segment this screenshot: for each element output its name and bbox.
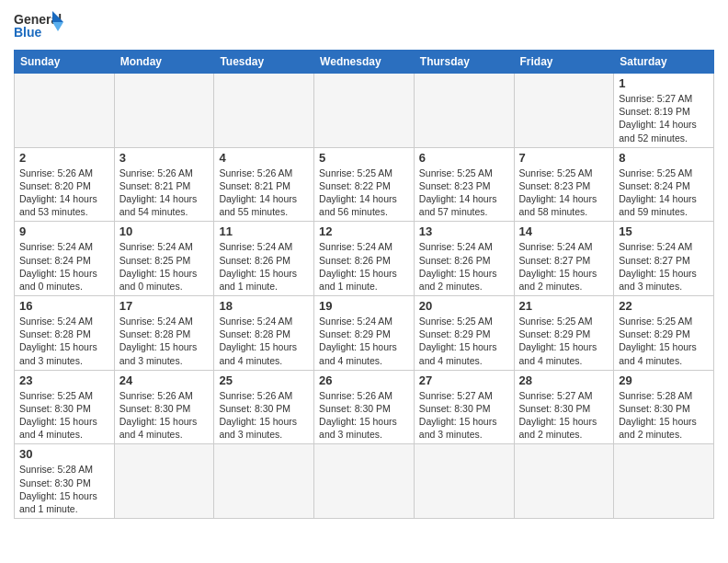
day-number: 27 — [419, 373, 509, 387]
calendar-cell: 27Sunrise: 5:27 AM Sunset: 8:30 PM Dayli… — [414, 370, 514, 444]
day-info: Sunrise: 5:25 AM Sunset: 8:30 PM Dayligh… — [19, 389, 109, 442]
calendar-cell: 28Sunrise: 5:27 AM Sunset: 8:30 PM Dayli… — [514, 370, 614, 444]
day-info: Sunrise: 5:24 AM Sunset: 8:28 PM Dayligh… — [219, 315, 309, 367]
calendar-cell — [614, 444, 714, 519]
day-number: 10 — [119, 224, 210, 238]
calendar-cell: 16Sunrise: 5:24 AM Sunset: 8:28 PM Dayli… — [15, 296, 115, 371]
weekday-header-wednesday: Wednesday — [314, 51, 415, 74]
calendar-cell — [114, 74, 214, 148]
calendar-week-row: 2Sunrise: 5:26 AM Sunset: 8:20 PM Daylig… — [15, 147, 714, 222]
weekday-header-monday: Monday — [114, 51, 214, 74]
day-info: Sunrise: 5:25 AM Sunset: 8:24 PM Dayligh… — [619, 167, 709, 219]
calendar-cell: 13Sunrise: 5:24 AM Sunset: 8:26 PM Dayli… — [414, 222, 514, 296]
calendar-cell — [214, 444, 314, 519]
day-number: 8 — [619, 151, 709, 165]
weekday-header-sunday: Sunday — [15, 51, 115, 74]
day-number: 25 — [219, 373, 309, 387]
calendar-cell: 6Sunrise: 5:25 AM Sunset: 8:23 PM Daylig… — [414, 147, 514, 222]
weekday-header-row: SundayMondayTuesdayWednesdayThursdayFrid… — [15, 51, 714, 74]
day-info: Sunrise: 5:26 AM Sunset: 8:30 PM Dayligh… — [319, 389, 409, 442]
day-number: 20 — [419, 299, 509, 313]
day-info: Sunrise: 5:24 AM Sunset: 8:26 PM Dayligh… — [219, 240, 309, 293]
day-number: 26 — [319, 373, 409, 387]
logo: GeneralBlue — [14, 9, 64, 44]
calendar-cell: 17Sunrise: 5:24 AM Sunset: 8:28 PM Dayli… — [114, 296, 214, 371]
calendar-cell: 7Sunrise: 5:25 AM Sunset: 8:23 PM Daylig… — [514, 147, 614, 222]
day-info: Sunrise: 5:24 AM Sunset: 8:26 PM Dayligh… — [319, 240, 409, 293]
calendar-cell — [314, 74, 415, 148]
day-number: 1 — [619, 76, 709, 90]
day-number: 15 — [619, 224, 709, 238]
calendar-cell: 4Sunrise: 5:26 AM Sunset: 8:21 PM Daylig… — [214, 147, 314, 222]
page-header: GeneralBlue — [14, 9, 714, 44]
day-info: Sunrise: 5:24 AM Sunset: 8:24 PM Dayligh… — [19, 240, 109, 293]
day-number: 14 — [519, 224, 609, 238]
calendar-cell: 8Sunrise: 5:25 AM Sunset: 8:24 PM Daylig… — [614, 147, 714, 222]
weekday-header-tuesday: Tuesday — [214, 51, 314, 74]
svg-text:Blue: Blue — [14, 25, 42, 40]
day-number: 7 — [519, 151, 609, 165]
day-number: 22 — [619, 299, 709, 313]
calendar-cell: 11Sunrise: 5:24 AM Sunset: 8:26 PM Dayli… — [214, 222, 314, 296]
calendar-cell: 1Sunrise: 5:27 AM Sunset: 8:19 PM Daylig… — [614, 74, 714, 148]
calendar-cell: 3Sunrise: 5:26 AM Sunset: 8:21 PM Daylig… — [114, 147, 214, 222]
calendar-cell: 30Sunrise: 5:28 AM Sunset: 8:30 PM Dayli… — [15, 444, 115, 519]
day-info: Sunrise: 5:24 AM Sunset: 8:27 PM Dayligh… — [619, 240, 709, 293]
calendar-cell — [114, 444, 214, 519]
day-number: 19 — [319, 299, 409, 313]
day-number: 5 — [319, 151, 409, 165]
day-info: Sunrise: 5:28 AM Sunset: 8:30 PM Dayligh… — [19, 463, 109, 515]
calendar-cell: 18Sunrise: 5:24 AM Sunset: 8:28 PM Dayli… — [214, 296, 314, 371]
calendar-table: SundayMondayTuesdayWednesdayThursdayFrid… — [14, 50, 714, 519]
calendar-cell: 9Sunrise: 5:24 AM Sunset: 8:24 PM Daylig… — [15, 222, 115, 296]
calendar-week-row: 9Sunrise: 5:24 AM Sunset: 8:24 PM Daylig… — [15, 222, 714, 296]
calendar-cell — [15, 74, 115, 148]
calendar-week-row: 16Sunrise: 5:24 AM Sunset: 8:28 PM Dayli… — [15, 296, 714, 371]
calendar-week-row: 23Sunrise: 5:25 AM Sunset: 8:30 PM Dayli… — [15, 370, 714, 444]
calendar-cell — [514, 74, 614, 148]
day-info: Sunrise: 5:27 AM Sunset: 8:19 PM Dayligh… — [619, 92, 709, 144]
day-number: 30 — [19, 447, 109, 461]
day-info: Sunrise: 5:28 AM Sunset: 8:30 PM Dayligh… — [619, 389, 709, 442]
day-info: Sunrise: 5:25 AM Sunset: 8:29 PM Dayligh… — [519, 315, 609, 367]
calendar-cell: 23Sunrise: 5:25 AM Sunset: 8:30 PM Dayli… — [15, 370, 115, 444]
calendar-cell: 26Sunrise: 5:26 AM Sunset: 8:30 PM Dayli… — [314, 370, 415, 444]
weekday-header-saturday: Saturday — [614, 51, 714, 74]
calendar-cell — [314, 444, 415, 519]
calendar-cell — [414, 74, 514, 148]
calendar-cell — [414, 444, 514, 519]
calendar-cell: 25Sunrise: 5:26 AM Sunset: 8:30 PM Dayli… — [214, 370, 314, 444]
day-info: Sunrise: 5:25 AM Sunset: 8:23 PM Dayligh… — [419, 167, 509, 219]
calendar-cell: 15Sunrise: 5:24 AM Sunset: 8:27 PM Dayli… — [614, 222, 714, 296]
logo-svg: GeneralBlue — [14, 9, 64, 44]
calendar-cell: 12Sunrise: 5:24 AM Sunset: 8:26 PM Dayli… — [314, 222, 415, 296]
day-info: Sunrise: 5:26 AM Sunset: 8:21 PM Dayligh… — [119, 167, 210, 219]
day-number: 2 — [19, 151, 109, 165]
weekday-header-thursday: Thursday — [414, 51, 514, 74]
day-info: Sunrise: 5:25 AM Sunset: 8:29 PM Dayligh… — [419, 315, 509, 367]
day-number: 12 — [319, 224, 409, 238]
calendar-cell: 14Sunrise: 5:24 AM Sunset: 8:27 PM Dayli… — [514, 222, 614, 296]
day-info: Sunrise: 5:24 AM Sunset: 8:28 PM Dayligh… — [19, 315, 109, 367]
svg-marker-3 — [52, 22, 63, 31]
day-number: 6 — [419, 151, 509, 165]
day-info: Sunrise: 5:24 AM Sunset: 8:28 PM Dayligh… — [119, 315, 210, 367]
day-number: 13 — [419, 224, 509, 238]
calendar-cell: 5Sunrise: 5:25 AM Sunset: 8:22 PM Daylig… — [314, 147, 415, 222]
calendar-cell: 29Sunrise: 5:28 AM Sunset: 8:30 PM Dayli… — [614, 370, 714, 444]
calendar-week-row: 1Sunrise: 5:27 AM Sunset: 8:19 PM Daylig… — [15, 74, 714, 148]
calendar-cell — [214, 74, 314, 148]
day-info: Sunrise: 5:26 AM Sunset: 8:20 PM Dayligh… — [19, 167, 109, 219]
day-number: 17 — [119, 299, 210, 313]
day-info: Sunrise: 5:26 AM Sunset: 8:30 PM Dayligh… — [219, 389, 309, 442]
calendar-cell: 19Sunrise: 5:24 AM Sunset: 8:29 PM Dayli… — [314, 296, 415, 371]
day-info: Sunrise: 5:25 AM Sunset: 8:22 PM Dayligh… — [319, 167, 409, 219]
day-number: 9 — [19, 224, 109, 238]
day-number: 21 — [519, 299, 609, 313]
day-info: Sunrise: 5:26 AM Sunset: 8:21 PM Dayligh… — [219, 167, 309, 219]
day-number: 29 — [619, 373, 709, 387]
day-number: 16 — [19, 299, 109, 313]
day-info: Sunrise: 5:24 AM Sunset: 8:26 PM Dayligh… — [419, 240, 509, 293]
day-number: 3 — [119, 151, 210, 165]
weekday-header-friday: Friday — [514, 51, 614, 74]
